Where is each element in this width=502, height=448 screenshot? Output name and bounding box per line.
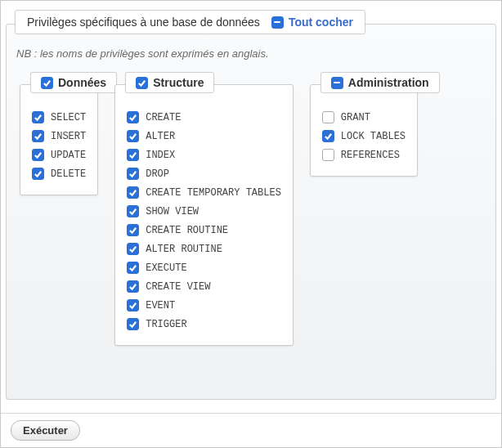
group-header-checkbox-icon[interactable] xyxy=(136,77,148,89)
privilege-row[interactable]: CREATE TEMPORARY TABLES xyxy=(127,183,281,202)
privilege-label: REFERENCES xyxy=(341,150,400,161)
privilege-row[interactable]: CREATE xyxy=(127,108,281,127)
privilege-checkbox-icon[interactable] xyxy=(127,262,139,274)
privilege-row[interactable]: CREATE VIEW xyxy=(127,277,281,296)
privilege-checkbox-icon[interactable] xyxy=(32,149,44,161)
privilege-group: StructureCREATEALTERINDEXDROPCREATE TEMP… xyxy=(114,84,294,346)
group-header[interactable]: Données xyxy=(30,72,117,93)
privilege-checkbox-icon[interactable] xyxy=(32,168,44,180)
privilege-row[interactable]: DROP xyxy=(127,164,281,183)
privilege-label: ALTER ROUTINE xyxy=(146,244,222,255)
privilege-checkbox-icon[interactable] xyxy=(127,299,139,311)
privilege-label: DELETE xyxy=(51,168,86,180)
privilege-label: GRANT xyxy=(341,112,370,123)
privilege-group: AdministrationGRANTLOCK TABLESREFERENCES xyxy=(310,84,418,177)
privilege-checkbox-icon[interactable] xyxy=(127,280,139,293)
privilege-row[interactable]: UPDATE xyxy=(32,146,86,164)
check-all-label: Tout cocher xyxy=(289,16,353,29)
panel-legend: Privilèges spécifiques à une base de don… xyxy=(15,10,365,34)
privilege-checkbox-icon[interactable] xyxy=(32,130,44,142)
privilege-row[interactable]: ALTER ROUTINE xyxy=(127,240,281,258)
privilege-row[interactable]: REFERENCES xyxy=(322,146,406,164)
privilege-checkbox-icon[interactable] xyxy=(127,130,139,142)
privilege-label: SELECT xyxy=(51,112,86,123)
privilege-row[interactable]: SELECT xyxy=(32,108,86,127)
check-all-toggle[interactable]: Tout cocher xyxy=(271,16,353,29)
privilege-label: LOCK TABLES xyxy=(341,131,406,142)
privilege-row[interactable]: LOCK TABLES xyxy=(322,127,406,146)
privilege-checkbox-icon[interactable] xyxy=(127,149,139,161)
privilege-checkbox-icon[interactable] xyxy=(127,111,139,123)
app-root: Privilèges spécifiques à une base de don… xyxy=(0,0,502,448)
privilege-row[interactable]: EXECUTE xyxy=(127,258,281,277)
privilege-checkbox-icon[interactable] xyxy=(127,318,139,330)
privilege-row[interactable]: INDEX xyxy=(127,146,281,164)
privilege-label: UPDATE xyxy=(51,150,86,161)
group-header-label: Structure xyxy=(153,76,204,89)
privilege-checkbox-icon[interactable] xyxy=(127,243,139,255)
group-header[interactable]: Administration xyxy=(320,72,440,93)
privilege-checkbox-icon[interactable] xyxy=(127,224,139,236)
privilege-checkbox-icon[interactable] xyxy=(322,130,334,142)
group-header-label: Administration xyxy=(348,76,429,89)
privilege-label: CREATE VIEW xyxy=(146,281,210,293)
privilege-label: EXECUTE xyxy=(146,262,186,274)
privilege-checkbox-icon[interactable] xyxy=(127,168,139,180)
privilege-label: CREATE TEMPORARY TABLES xyxy=(146,187,281,199)
group-header-checkbox-icon[interactable] xyxy=(331,77,343,89)
privilege-row[interactable]: SHOW VIEW xyxy=(127,202,281,221)
privilege-checkbox-icon[interactable] xyxy=(127,205,139,217)
panel-title: Privilèges spécifiques à une base de don… xyxy=(27,16,260,29)
privilege-checkbox-icon[interactable] xyxy=(32,111,44,123)
privilege-checkbox-icon[interactable] xyxy=(127,186,139,199)
privilege-row[interactable]: ALTER xyxy=(127,127,281,146)
privilege-checkbox-icon[interactable] xyxy=(322,111,334,123)
privilege-label: CREATE xyxy=(146,112,181,123)
privilege-row[interactable]: CREATE ROUTINE xyxy=(127,221,281,240)
privilege-label: INDEX xyxy=(146,150,175,161)
group-header-label: Données xyxy=(58,76,106,89)
check-all-checkbox-icon[interactable] xyxy=(271,16,284,29)
privilege-group: DonnéesSELECTINSERTUPDATEDELETE xyxy=(20,84,98,195)
privilege-label: EVENT xyxy=(146,300,175,311)
privilege-label: TRIGGER xyxy=(146,319,186,330)
privilege-checkbox-icon[interactable] xyxy=(322,149,334,161)
privilege-row[interactable]: GRANT xyxy=(322,108,406,127)
privilege-label: CREATE ROUTINE xyxy=(146,225,228,236)
privilege-columns: DonnéesSELECTINSERTUPDATEDELETEStructure… xyxy=(7,60,495,346)
privilege-label: SHOW VIEW xyxy=(146,206,199,217)
privilege-label: DROP xyxy=(146,168,169,180)
footer: Exécuter xyxy=(1,413,501,447)
execute-button[interactable]: Exécuter xyxy=(11,420,80,441)
group-header-checkbox-icon[interactable] xyxy=(41,77,53,89)
privilege-row[interactable]: EVENT xyxy=(127,296,281,315)
privileges-panel: Privilèges spécifiques à une base de don… xyxy=(6,24,496,400)
privilege-row[interactable]: DELETE xyxy=(32,164,86,183)
privilege-row[interactable]: TRIGGER xyxy=(127,315,281,334)
privilege-label: INSERT xyxy=(51,131,86,142)
group-header[interactable]: Structure xyxy=(125,72,214,93)
privilege-row[interactable]: INSERT xyxy=(32,127,86,146)
privilege-label: ALTER xyxy=(146,131,175,142)
